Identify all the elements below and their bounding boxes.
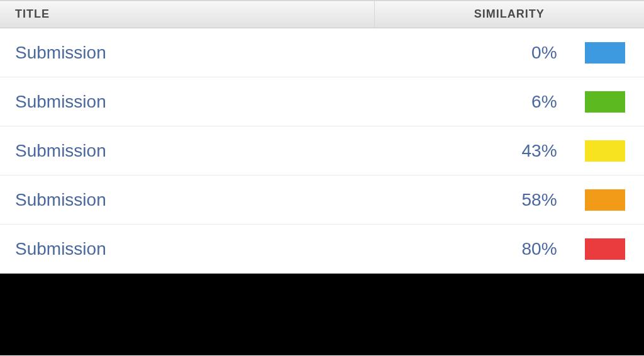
similarity-swatch-icon — [585, 140, 625, 162]
similarity-swatch-icon — [585, 42, 625, 64]
similarity-percent: 43% — [522, 141, 557, 161]
submission-title[interactable]: Submission — [0, 225, 374, 274]
similarity-percent: 6% — [531, 92, 557, 112]
table-header-row: TITLE SIMILARITY — [0, 1, 644, 28]
table-row[interactable]: Submission 6% — [0, 77, 644, 126]
submission-title[interactable]: Submission — [0, 77, 374, 126]
submission-title[interactable]: Submission — [0, 28, 374, 77]
similarity-cell[interactable]: 43% — [374, 126, 644, 175]
header-title[interactable]: TITLE — [0, 1, 374, 28]
table-body: Submission 0% Submission 6% Submission 4… — [0, 28, 644, 274]
table-row[interactable]: Submission 80% — [0, 225, 644, 274]
submission-title[interactable]: Submission — [0, 126, 374, 175]
similarity-cell[interactable]: 58% — [374, 175, 644, 225]
similarity-swatch-icon — [585, 238, 625, 260]
table-row[interactable]: Submission 58% — [0, 175, 644, 225]
submissions-table: TITLE SIMILARITY Submission 0% Submissio… — [0, 0, 644, 274]
similarity-percent: 0% — [531, 43, 557, 63]
header-similarity[interactable]: SIMILARITY — [374, 1, 644, 28]
similarity-swatch-icon — [585, 91, 625, 113]
similarity-cell[interactable]: 0% — [374, 28, 644, 77]
similarity-percent: 80% — [522, 239, 557, 259]
footer-region — [0, 274, 644, 355]
table-row[interactable]: Submission 0% — [0, 28, 644, 77]
submission-title[interactable]: Submission — [0, 175, 374, 225]
similarity-cell[interactable]: 80% — [374, 225, 644, 274]
similarity-swatch-icon — [585, 189, 625, 211]
submissions-table-container: TITLE SIMILARITY Submission 0% Submissio… — [0, 0, 644, 355]
similarity-percent: 58% — [522, 190, 557, 210]
similarity-cell[interactable]: 6% — [374, 77, 644, 126]
table-row[interactable]: Submission 43% — [0, 126, 644, 175]
